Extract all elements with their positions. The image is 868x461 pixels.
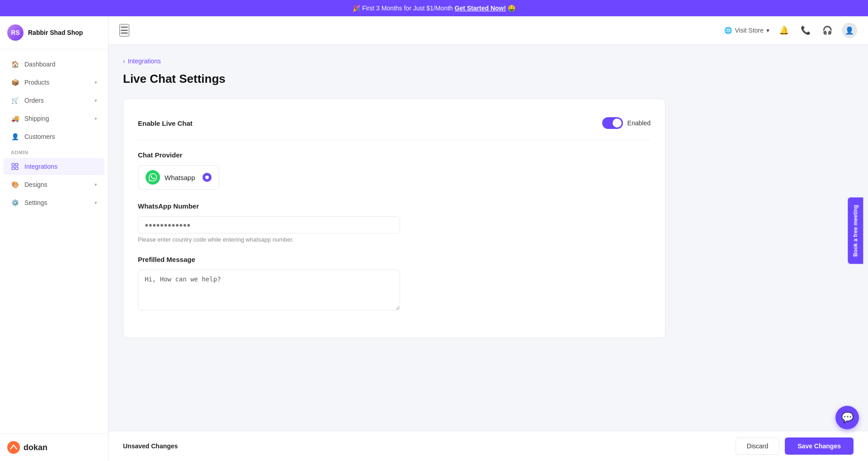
- sidebar-header: RS Rabbir Shad Shop: [0, 16, 108, 49]
- shipping-icon: 🚚: [11, 114, 19, 123]
- notifications-button[interactable]: 🔔: [777, 23, 791, 38]
- prefilled-message-textarea[interactable]: Hi, How can we help?: [138, 270, 400, 310]
- enable-live-chat-label: Enable Live Chat: [138, 119, 193, 127]
- designs-icon: 🎨: [11, 181, 19, 189]
- radio-selected-icon: [203, 173, 212, 182]
- save-changes-button[interactable]: Save Changes: [785, 437, 854, 455]
- chevron-down-icon: ▾: [766, 27, 769, 34]
- admin-section-label: ADMIN: [0, 146, 108, 157]
- bell-icon: 🔔: [779, 25, 789, 35]
- sidebar-item-orders[interactable]: 🛒 Orders ▾: [4, 92, 104, 109]
- chevron-down-icon: ▾: [94, 182, 97, 188]
- sidebar-item-dashboard[interactable]: 🏠 Dashboard: [4, 56, 104, 73]
- chat-widget-icon: 💬: [841, 412, 854, 423]
- whatsapp-number-input[interactable]: [138, 216, 400, 233]
- chat-provider-label: Chat Provider: [138, 151, 651, 159]
- breadcrumb-arrow: ‹: [123, 57, 125, 65]
- whatsapp-option[interactable]: Whatsapp: [138, 165, 219, 190]
- sidebar-item-products[interactable]: 📦 Products ▾: [4, 74, 104, 91]
- svg-rect-3: [15, 167, 18, 169]
- user-avatar[interactable]: 👤: [842, 23, 857, 38]
- svg-point-4: [7, 441, 20, 454]
- headset-icon: 🎧: [822, 25, 832, 35]
- visit-store-button[interactable]: 🌐 Visit Store ▾: [724, 27, 769, 34]
- top-header: ☰ 🌐 Visit Store ▾ 🔔 📞 🎧 👤: [108, 16, 868, 45]
- headset-button[interactable]: 🎧: [820, 23, 835, 38]
- sidebar-item-integrations[interactable]: Integrations: [4, 158, 104, 175]
- chevron-down-icon: ▾: [94, 116, 97, 122]
- enable-live-chat-section: Enable Live Chat Enabled: [138, 112, 651, 140]
- page-title: Live Chat Settings: [123, 72, 854, 86]
- dashboard-icon: 🏠: [11, 60, 19, 68]
- sidebar-item-label: Dashboard: [24, 61, 56, 68]
- chat-provider-group: Chat Provider Whatsapp: [138, 151, 651, 190]
- whatsapp-icon: [146, 170, 160, 185]
- main-area: ☰ 🌐 Visit Store ▾ 🔔 📞 🎧 👤: [108, 16, 868, 461]
- phone-button[interactable]: 📞: [798, 23, 813, 38]
- hamburger-button[interactable]: ☰: [119, 24, 129, 37]
- dokan-logo-text: dokan: [24, 443, 47, 452]
- sidebar-item-label: Settings: [24, 199, 47, 206]
- breadcrumb[interactable]: ‹ Integrations: [123, 57, 854, 65]
- sidebar-item-shipping[interactable]: 🚚 Shipping ▾: [4, 110, 104, 127]
- sidebar-item-label: Designs: [24, 181, 47, 188]
- products-icon: 📦: [11, 78, 19, 86]
- content-area: ‹ Integrations Live Chat Settings Enable…: [108, 45, 868, 461]
- chevron-down-icon: ▾: [94, 200, 97, 206]
- app-layout: RS Rabbir Shad Shop 🏠 Dashboard 📦 Produc…: [0, 16, 868, 461]
- sidebar: RS Rabbir Shad Shop 🏠 Dashboard 📦 Produc…: [0, 16, 108, 461]
- top-banner: 🎉 First 3 Months for Just $1/Month Get S…: [0, 0, 868, 16]
- settings-icon: ⚙️: [11, 199, 19, 207]
- prefilled-message-group: Prefilled Message Hi, How can we help?: [138, 256, 651, 312]
- whatsapp-number-group: WhatsApp Number Please enter country cod…: [138, 202, 651, 243]
- unsaved-label: Unsaved Changes: [123, 442, 178, 450]
- sidebar-item-designs[interactable]: 🎨 Designs ▾: [4, 176, 104, 193]
- svg-rect-1: [15, 163, 18, 166]
- whatsapp-number-hint: Please enter country code while entering…: [138, 236, 651, 243]
- prefilled-message-label: Prefilled Message: [138, 256, 651, 263]
- shop-name: Rabbir Shad Shop: [28, 29, 83, 36]
- sidebar-item-label: Products: [24, 79, 49, 86]
- breadcrumb-parent: Integrations: [128, 57, 161, 65]
- bottom-bar: Unsaved Changes Discard Save Changes: [108, 431, 868, 461]
- book-meeting-button[interactable]: Book a free meeting: [848, 197, 863, 264]
- phone-icon: 📞: [801, 25, 811, 35]
- shop-logo: RS: [7, 24, 24, 41]
- sidebar-item-label: Shipping: [24, 115, 49, 122]
- chevron-down-icon: ▾: [94, 98, 97, 104]
- globe-icon: 🌐: [724, 27, 732, 34]
- enable-live-chat-toggle[interactable]: [602, 117, 623, 129]
- sidebar-item-label: Customers: [24, 133, 55, 140]
- discard-button[interactable]: Discard: [736, 437, 779, 455]
- toggle-wrapper: Enabled: [602, 117, 651, 129]
- provider-name: Whatsapp: [165, 174, 198, 181]
- chevron-down-icon: ▾: [94, 80, 97, 86]
- sidebar-item-label: Orders: [24, 97, 44, 104]
- banner-text: 🎉 First 3 Months for Just $1/Month: [353, 5, 453, 12]
- dokan-logo-icon: [7, 441, 20, 454]
- sidebar-footer: dokan: [0, 433, 108, 461]
- sidebar-item-label: Integrations: [24, 163, 57, 170]
- sidebar-item-settings[interactable]: ⚙️ Settings ▾: [4, 194, 104, 211]
- action-buttons: Discard Save Changes: [736, 437, 854, 455]
- customers-icon: 👤: [11, 133, 19, 141]
- dokan-logo: dokan: [7, 441, 101, 454]
- user-icon: 👤: [845, 26, 854, 35]
- chat-widget-button[interactable]: 💬: [835, 406, 859, 429]
- sidebar-nav: 🏠 Dashboard 📦 Products ▾ 🛒 Orders ▾ 🚚 Sh…: [0, 49, 108, 433]
- svg-rect-0: [12, 163, 14, 166]
- settings-card: Enable Live Chat Enabled Chat Provider: [123, 99, 665, 338]
- banner-emoji: 🤑: [508, 5, 515, 12]
- toggle-label: Enabled: [627, 119, 651, 127]
- banner-cta[interactable]: Get Started Now!: [455, 5, 506, 12]
- sidebar-item-customers[interactable]: 👤 Customers: [4, 128, 104, 145]
- header-right: 🌐 Visit Store ▾ 🔔 📞 🎧 👤: [724, 23, 857, 38]
- integrations-icon: [11, 162, 19, 171]
- visit-store-label: Visit Store: [735, 27, 764, 34]
- whatsapp-number-label: WhatsApp Number: [138, 202, 651, 210]
- orders-icon: 🛒: [11, 96, 19, 105]
- svg-rect-2: [12, 167, 14, 169]
